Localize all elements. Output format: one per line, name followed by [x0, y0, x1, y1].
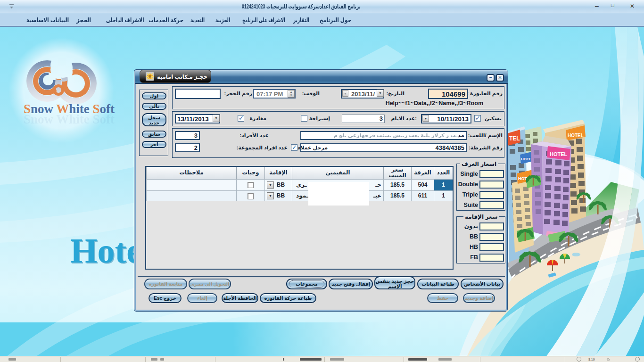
svg-text:Snow White Soft: Snow White Soft	[24, 112, 115, 126]
svg-text:8:19: 8:19	[588, 358, 595, 361]
svg-text:HOTEL: HOTEL	[550, 151, 568, 157]
svg-text:HOTEL: HOTEL	[568, 133, 584, 138]
svg-text:TEL: TEL	[509, 135, 520, 142]
